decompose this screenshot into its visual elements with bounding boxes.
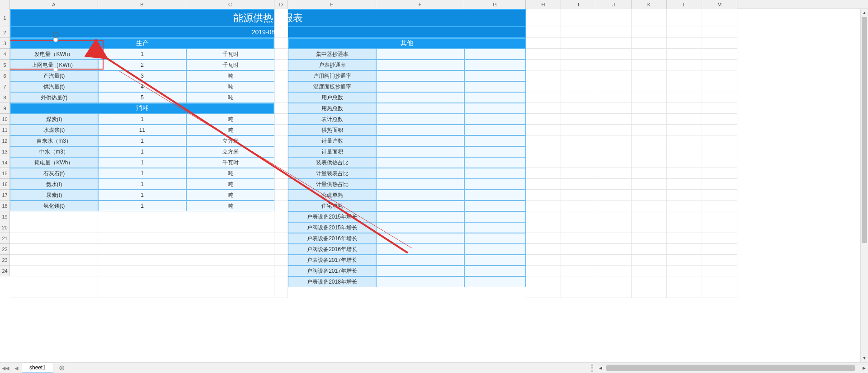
empty-cell[interactable] — [702, 190, 737, 200]
empty-cell[interactable] — [561, 60, 596, 70]
empty-cell[interactable] — [596, 276, 632, 287]
production-value[interactable]: 1 — [98, 49, 186, 60]
other-label[interactable]: 温度面板抄通率 — [288, 81, 376, 92]
consumption-unit[interactable]: 吨 — [186, 125, 274, 135]
empty-cell[interactable] — [667, 266, 702, 276]
column-header[interactable]: C — [186, 0, 274, 9]
empty-cell[interactable] — [98, 276, 186, 287]
empty-cell[interactable] — [98, 233, 186, 244]
row-header[interactable]: 8 — [0, 92, 10, 103]
other-label[interactable]: 户阀设备2017年增长 — [288, 266, 376, 276]
empty-cell[interactable] — [667, 114, 702, 125]
empty-cell[interactable] — [526, 103, 561, 114]
other-value2[interactable] — [464, 179, 526, 190]
consumption-value[interactable]: 1 — [98, 146, 186, 157]
consumption-unit[interactable]: 吨 — [186, 179, 274, 190]
row-header[interactable]: 12 — [0, 135, 10, 146]
row-header[interactable]: 2 — [0, 27, 10, 38]
report-title[interactable]: 能源供热日报表 — [10, 9, 526, 27]
other-label[interactable]: 户阀设备2015年增长 — [288, 222, 376, 233]
row-header[interactable]: 20 — [0, 222, 10, 233]
empty-cell[interactable] — [667, 146, 702, 157]
empty-cell[interactable] — [632, 244, 667, 255]
empty-cell[interactable] — [526, 135, 561, 146]
empty-cell[interactable] — [596, 190, 632, 200]
other-label[interactable]: 户表抄通率 — [288, 60, 376, 70]
empty-cell[interactable] — [596, 146, 632, 157]
consumption-value[interactable]: 1 — [98, 135, 186, 146]
empty-cell[interactable] — [596, 92, 632, 103]
empty-cell[interactable] — [526, 179, 561, 190]
empty-cell[interactable] — [632, 157, 667, 168]
other-label[interactable]: 住宅单耗 — [288, 200, 376, 211]
empty-cell[interactable] — [526, 233, 561, 244]
production-label[interactable]: 发电量（KWh） — [10, 49, 98, 60]
empty-cell[interactable] — [561, 276, 596, 287]
other-value2[interactable] — [464, 211, 526, 222]
empty-cell[interactable] — [702, 276, 737, 287]
production-value[interactable]: 5 — [98, 92, 186, 103]
production-value[interactable]: 4 — [98, 81, 186, 92]
other-label[interactable]: 计量面积 — [288, 146, 376, 157]
empty-cell[interactable] — [702, 27, 737, 38]
consumption-label[interactable]: 中水（m3） — [10, 146, 98, 157]
empty-cell[interactable] — [561, 190, 596, 200]
empty-cell[interactable] — [596, 200, 632, 211]
empty-cell[interactable] — [632, 103, 667, 114]
empty-cell[interactable] — [596, 70, 632, 81]
row-header[interactable]: 11 — [0, 125, 10, 135]
empty-cell[interactable] — [274, 114, 288, 125]
empty-cell[interactable] — [667, 27, 702, 38]
empty-cell[interactable] — [186, 244, 274, 255]
empty-cell[interactable] — [667, 287, 702, 298]
empty-cell[interactable] — [561, 233, 596, 244]
empty-cell[interactable] — [667, 103, 702, 114]
other-label[interactable]: 户表设备2018年增长 — [288, 276, 376, 287]
empty-cell[interactable] — [702, 222, 737, 233]
empty-cell[interactable] — [561, 266, 596, 276]
empty-cell[interactable] — [702, 9, 737, 27]
other-value2[interactable] — [464, 60, 526, 70]
empty-cell[interactable] — [274, 287, 288, 298]
production-label[interactable]: 上网电量（KWh） — [10, 60, 98, 70]
empty-cell[interactable] — [274, 49, 288, 60]
other-label[interactable]: 用户总数 — [288, 92, 376, 103]
empty-cell[interactable] — [632, 179, 667, 190]
other-value2[interactable] — [464, 276, 526, 287]
empty-cell[interactable] — [561, 27, 596, 38]
empty-cell[interactable] — [702, 135, 737, 146]
empty-cell[interactable] — [274, 103, 288, 114]
empty-cell[interactable] — [667, 81, 702, 92]
other-value2[interactable] — [464, 92, 526, 103]
empty-cell[interactable] — [274, 168, 288, 179]
empty-cell[interactable] — [526, 114, 561, 125]
empty-cell[interactable] — [702, 157, 737, 168]
other-value[interactable] — [376, 135, 464, 146]
other-value2[interactable] — [464, 103, 526, 114]
empty-cell[interactable] — [702, 125, 737, 135]
empty-cell[interactable] — [274, 92, 288, 103]
empty-cell[interactable] — [596, 168, 632, 179]
other-value2[interactable] — [464, 125, 526, 135]
empty-cell[interactable] — [632, 222, 667, 233]
row-header[interactable]: 7 — [0, 81, 10, 92]
empty-cell[interactable] — [667, 190, 702, 200]
empty-cell[interactable] — [596, 81, 632, 92]
consumption-unit[interactable]: 吨 — [186, 168, 274, 179]
empty-cell[interactable] — [274, 70, 288, 81]
other-label[interactable]: 户表设备2017年增长 — [288, 255, 376, 266]
empty-cell[interactable] — [632, 233, 667, 244]
row-header[interactable]: 14 — [0, 157, 10, 168]
other-value2[interactable] — [464, 81, 526, 92]
row-header[interactable]: 3 — [0, 38, 10, 49]
column-header[interactable]: E — [288, 0, 376, 9]
empty-cell[interactable] — [274, 211, 288, 222]
empty-cell[interactable] — [667, 168, 702, 179]
empty-cell[interactable] — [526, 244, 561, 255]
empty-cell[interactable] — [526, 157, 561, 168]
empty-cell[interactable] — [526, 27, 561, 38]
empty-cell[interactable] — [632, 135, 667, 146]
empty-cell[interactable] — [667, 244, 702, 255]
empty-cell[interactable] — [98, 211, 186, 222]
consumption-unit[interactable]: 吨 — [186, 190, 274, 200]
